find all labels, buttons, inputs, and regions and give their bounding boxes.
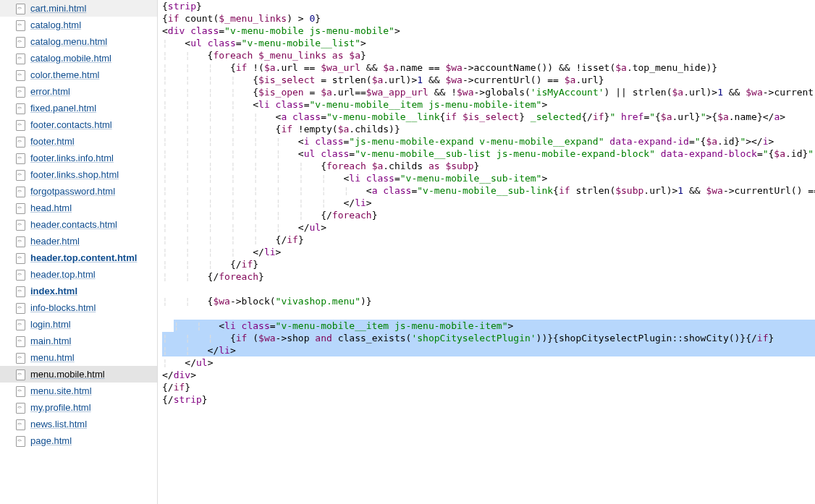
file-name-label: fixed.panel.html xyxy=(30,103,96,114)
file-name-label: info-blocks.html xyxy=(30,302,96,313)
file-name-label: menu.mobile.html xyxy=(30,369,105,380)
code-line: {/strip} xyxy=(162,393,815,406)
file-item[interactable]: menu.site.html xyxy=(0,383,157,399)
html-file-icon xyxy=(16,270,26,280)
file-item[interactable]: menu.html xyxy=(0,349,157,366)
file-item[interactable]: head.html xyxy=(0,200,157,216)
file-tree-sidebar: cart.mini.htmlcatalog.htmlcatalog.menu.h… xyxy=(0,0,158,504)
file-item[interactable]: footer.links.info.html xyxy=(0,150,157,166)
file-name-label: footer.html xyxy=(30,136,75,147)
file-name-label: footer.links.shop.html xyxy=(30,169,119,180)
file-item[interactable]: footer.contacts.html xyxy=(0,116,157,133)
file-name-label: cart.mini.html xyxy=(30,3,86,14)
html-file-icon xyxy=(16,419,26,430)
code-line: ¦ ¦ ¦ ¦ ¦ {if !empty($a.childs)} xyxy=(162,123,815,135)
file-name-label: head.html xyxy=(30,202,72,213)
file-name-label: page.html xyxy=(30,435,72,446)
code-line: ¦ ¦ ¦ ¦ ¦ ¦ <ul class="v-menu-mobile__su… xyxy=(162,148,815,160)
file-item[interactable]: header.contacts.html xyxy=(0,216,157,233)
file-name-label: footer.contacts.html xyxy=(30,119,112,130)
file-item[interactable]: color.theme.html xyxy=(0,67,157,83)
html-file-icon xyxy=(16,87,26,97)
file-item[interactable]: menu.mobile.html xyxy=(0,366,157,383)
code-line: ¦ ¦ ¦ {if ($wa->shop and class_exists('s… xyxy=(162,332,815,344)
file-item[interactable]: header.top.html xyxy=(0,266,157,283)
code-line: ¦ ¦ {/foreach} xyxy=(162,270,815,283)
file-name-label: header.top.content.html xyxy=(30,252,137,263)
file-item[interactable]: main.html xyxy=(0,333,157,349)
html-file-icon xyxy=(16,120,26,130)
file-item[interactable]: index.html xyxy=(0,283,157,299)
html-file-icon xyxy=(16,353,26,363)
code-line: {/if} xyxy=(162,381,815,393)
file-item[interactable]: info-blocks.html xyxy=(0,299,157,316)
file-list: cart.mini.htmlcatalog.htmlcatalog.menu.h… xyxy=(0,0,157,458)
file-name-label: header.html xyxy=(30,236,80,247)
html-file-icon xyxy=(16,20,26,30)
html-file-icon xyxy=(16,303,26,313)
code-line: ¦ ¦ <li class="v-menu-mobile__item js-me… xyxy=(162,320,815,332)
html-file-icon xyxy=(16,137,26,147)
code-line: {strip} xyxy=(162,0,815,12)
file-name-label: menu.html xyxy=(30,352,75,363)
file-item[interactable]: login.html xyxy=(0,316,157,333)
code-line: ¦ ¦ ¦ ¦ ¦ {/if} xyxy=(162,234,815,246)
html-file-icon xyxy=(16,103,26,114)
code-line: ¦ ¦ ¦ ¦ ¦ ¦ ¦ {foreach $a.childs as $sub… xyxy=(162,160,815,172)
html-file-icon xyxy=(16,403,26,413)
file-name-label: catalog.menu.html xyxy=(30,36,107,47)
code-line: ¦ ¦ ¦ ¦ ¦ ¦ </ul> xyxy=(162,221,815,234)
code-line: ¦ ¦ ¦ ¦ {$is_select = strlen($a.url)>1 &… xyxy=(162,74,815,86)
file-item[interactable]: catalog.html xyxy=(0,17,157,33)
file-name-label: main.html xyxy=(30,336,71,346)
code-line: ¦ </ul> xyxy=(162,356,815,369)
file-item[interactable]: catalog.mobile.html xyxy=(0,50,157,67)
html-file-icon xyxy=(16,4,26,14)
file-item[interactable]: forgotpassword.html xyxy=(0,183,157,200)
code-line: <div class="v-menu-mobile js-menu-mobile… xyxy=(162,25,815,37)
file-item[interactable]: my.profile.html xyxy=(0,399,157,416)
html-file-icon xyxy=(16,253,26,263)
file-item[interactable]: cart.mini.html xyxy=(0,0,157,17)
file-item[interactable]: page.html xyxy=(0,432,157,449)
html-file-icon xyxy=(16,187,26,197)
html-file-icon xyxy=(16,286,26,296)
code-line: ¦ ¦ ¦ ¦ </li> xyxy=(162,246,815,258)
code-line: {if count($_menu_links) > 0} xyxy=(162,12,815,25)
file-name-label: catalog.mobile.html xyxy=(30,53,111,64)
file-item[interactable]: header.html xyxy=(0,233,157,249)
code-line: ¦ ¦ ¦ ¦ ¦ ¦ ¦ ¦ ¦ <a class="v-menu-mobil… xyxy=(162,184,815,197)
code-line: ¦ ¦ {foreach $_menu_links as $a} xyxy=(162,49,815,61)
file-item[interactable]: news.list.html xyxy=(0,416,157,432)
html-file-icon xyxy=(16,54,26,64)
file-name-label: catalog.html xyxy=(30,20,81,30)
code-line: ¦ ¦ ¦ ¦ ¦ <a class="v-menu-mobile__link{… xyxy=(162,111,815,123)
code-line: ¦ ¦ ¦ ¦ <li class="v-menu-mobile__item j… xyxy=(162,98,815,111)
html-file-icon xyxy=(16,320,26,330)
code-line: ¦ ¦ ¦ ¦ ¦ ¦ ¦ ¦ </li> xyxy=(162,197,815,209)
file-name-label: error.html xyxy=(30,86,70,97)
code-line xyxy=(162,307,815,320)
file-item[interactable]: catalog.menu.html xyxy=(0,33,157,50)
code-line xyxy=(162,283,815,295)
code-line: ¦ ¦ ¦ ¦ ¦ ¦ ¦ {/foreach} xyxy=(162,209,815,221)
html-file-icon xyxy=(16,203,26,213)
code-line: ¦ ¦ ¦ ¦ ¦ ¦ ¦ ¦ <li class="v-menu-mobile… xyxy=(162,172,815,184)
file-item[interactable]: footer.html xyxy=(0,133,157,150)
file-item[interactable]: footer.links.shop.html xyxy=(0,166,157,183)
html-file-icon xyxy=(16,336,26,346)
file-name-label: header.top.html xyxy=(30,269,96,280)
file-name-label: menu.site.html xyxy=(30,385,92,396)
file-item[interactable]: error.html xyxy=(0,83,157,100)
file-item[interactable]: fixed.panel.html xyxy=(0,100,157,116)
code-editor[interactable]: {strip}{if count($_menu_links) > 0}<div … xyxy=(158,0,815,504)
code-line: ¦ ¦ ¦ ¦ {$is_open = $a.url==$wa_app_url … xyxy=(162,86,815,98)
html-file-icon xyxy=(16,436,26,446)
code-line: ¦ ¦ {$wa->block("vivashop.menu")} xyxy=(162,295,815,307)
file-name-label: my.profile.html xyxy=(30,402,91,413)
html-file-icon xyxy=(16,70,26,80)
file-item[interactable]: header.top.content.html xyxy=(0,249,157,266)
file-name-label: index.html xyxy=(30,286,77,296)
html-file-icon xyxy=(16,170,26,180)
html-file-icon xyxy=(16,220,26,230)
